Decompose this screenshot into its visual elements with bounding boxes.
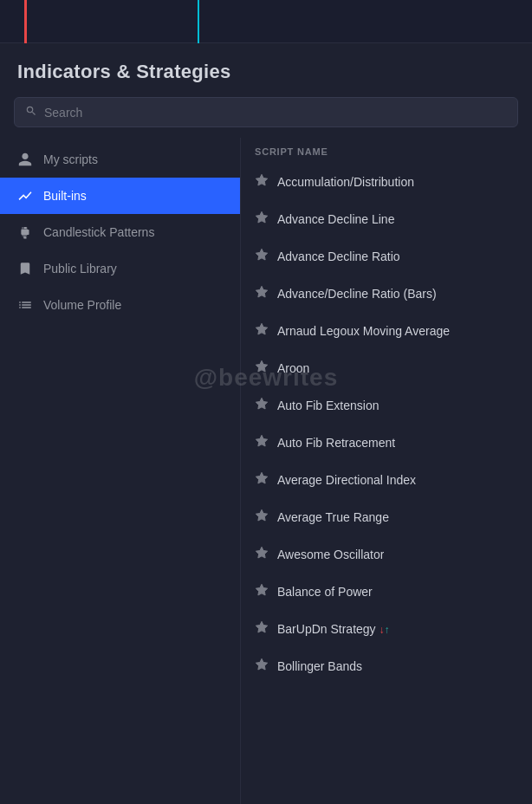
- svg-marker-8: [256, 360, 267, 372]
- script-list-item[interactable]: Accumulation/Distribution: [241, 164, 532, 201]
- svg-marker-14: [256, 584, 267, 595]
- search-input[interactable]: [44, 106, 507, 120]
- script-item-name: Auto Fib Retracement: [277, 436, 395, 450]
- script-item-name: Average True Range: [277, 510, 389, 524]
- sidebar-label-candlestick: Candlestick Patterns: [43, 225, 154, 239]
- script-list[interactable]: SCRIPT NAME Accumulation/Distribution Ad…: [241, 138, 532, 804]
- badge-arrows: ↓↑: [380, 624, 390, 636]
- script-list-item[interactable]: Advance Decline Ratio: [241, 238, 532, 276]
- bookmark-icon: [17, 261, 33, 276]
- search-container: [0, 97, 532, 138]
- svg-marker-11: [256, 472, 267, 483]
- script-item-name: Aroon: [277, 361, 309, 375]
- script-item-name: Awesome Oscillator: [277, 548, 384, 561]
- script-list-item[interactable]: Average Directional Index: [241, 462, 532, 499]
- script-item-name: Advance Decline Line: [277, 212, 394, 226]
- panel-header: Indicators & Strategies: [0, 43, 532, 97]
- script-list-item[interactable]: Average True Range: [241, 499, 532, 536]
- script-list-header: SCRIPT NAME: [241, 138, 532, 164]
- script-list-item[interactable]: Advance Decline Line: [241, 201, 532, 238]
- script-item-name: BarUpDn Strategy↓↑: [277, 622, 390, 636]
- script-list-item[interactable]: Aroon: [241, 350, 532, 387]
- chart-line-teal: [198, 0, 199, 43]
- script-item-name: Average Directional Index: [277, 473, 416, 487]
- sidebar-label-volume-profile: Volume Profile: [43, 298, 121, 312]
- svg-marker-15: [256, 621, 267, 632]
- star-icon[interactable]: [255, 546, 269, 563]
- star-icon[interactable]: [255, 360, 269, 377]
- sidebar: My scripts Built-ins: [0, 138, 241, 804]
- svg-rect-0: [22, 230, 29, 235]
- star-icon[interactable]: [255, 322, 269, 340]
- star-icon[interactable]: [255, 471, 269, 489]
- svg-marker-5: [256, 249, 267, 260]
- main-panel: Indicators & Strategies My scripts: [0, 43, 532, 804]
- star-icon[interactable]: [255, 620, 269, 638]
- script-list-item[interactable]: Bollinger Bands: [241, 648, 532, 685]
- sidebar-item-my-scripts[interactable]: My scripts: [0, 141, 240, 178]
- svg-marker-13: [256, 547, 267, 558]
- volume-icon: [17, 297, 33, 313]
- sidebar-label-built-ins: Built-ins: [43, 189, 87, 203]
- script-list-item[interactable]: BarUpDn Strategy↓↑: [241, 611, 532, 648]
- sidebar-item-public-library[interactable]: Public Library: [0, 250, 240, 287]
- svg-marker-7: [256, 323, 267, 334]
- script-list-item[interactable]: Advance/Decline Ratio (Bars): [241, 276, 532, 313]
- arrow-up: ↑: [385, 624, 390, 636]
- script-list-item[interactable]: Awesome Oscillator: [241, 536, 532, 574]
- star-icon[interactable]: [255, 397, 269, 414]
- search-icon: [25, 105, 37, 120]
- svg-marker-12: [256, 509, 267, 521]
- search-box[interactable]: [14, 97, 518, 127]
- star-icon[interactable]: [255, 285, 269, 302]
- star-icon[interactable]: [255, 583, 269, 600]
- svg-rect-1: [24, 227, 27, 229]
- script-list-item[interactable]: Auto Fib Extension: [241, 387, 532, 425]
- candle-icon: [17, 224, 33, 240]
- script-item-name: Arnaud Legoux Moving Average: [277, 324, 450, 338]
- star-icon[interactable]: [255, 211, 269, 228]
- svg-marker-3: [256, 174, 267, 185]
- sidebar-item-built-ins[interactable]: Built-ins: [0, 178, 240, 214]
- script-item-name: Advance Decline Ratio: [277, 250, 400, 263]
- script-item-name: Auto Fib Extension: [277, 399, 380, 412]
- star-icon[interactable]: [255, 658, 269, 675]
- star-icon[interactable]: [255, 434, 269, 451]
- sidebar-label-my-scripts: My scripts: [43, 152, 98, 166]
- script-list-item[interactable]: Balance of Power: [241, 574, 532, 611]
- chart-icon: [17, 188, 33, 204]
- script-items-container: Accumulation/Distribution Advance Declin…: [241, 164, 532, 685]
- svg-rect-2: [24, 237, 27, 238]
- svg-marker-10: [256, 435, 267, 446]
- sidebar-label-public-library: Public Library: [43, 262, 117, 276]
- script-list-item[interactable]: Auto Fib Retracement: [241, 425, 532, 462]
- star-icon[interactable]: [255, 248, 269, 265]
- chart-line-red: [24, 0, 27, 43]
- script-list-item[interactable]: Arnaud Legoux Moving Average: [241, 313, 532, 350]
- script-item-name: Advance/Decline Ratio (Bars): [277, 287, 437, 301]
- panel-title: Indicators & Strategies: [17, 61, 515, 83]
- sidebar-item-volume-profile[interactable]: Volume Profile: [0, 287, 240, 323]
- content-area: My scripts Built-ins: [0, 138, 532, 804]
- script-item-name: Bollinger Bands: [277, 659, 362, 673]
- star-icon[interactable]: [255, 509, 269, 526]
- user-icon: [17, 152, 33, 167]
- script-item-name: Accumulation/Distribution: [277, 175, 414, 189]
- svg-marker-4: [256, 211, 267, 223]
- chart-area: [0, 0, 532, 43]
- svg-marker-9: [256, 398, 267, 409]
- sidebar-item-candlestick-patterns[interactable]: Candlestick Patterns: [0, 214, 240, 250]
- script-item-name: Balance of Power: [277, 585, 373, 599]
- svg-marker-6: [256, 286, 267, 297]
- svg-marker-16: [256, 658, 267, 670]
- star-icon[interactable]: [255, 173, 269, 191]
